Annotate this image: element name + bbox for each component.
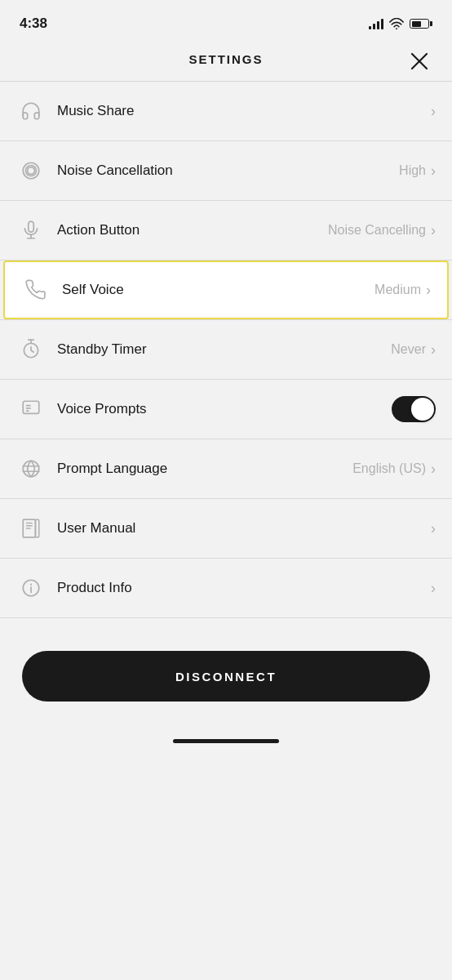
settings-item-noise-cancellation[interactable]: Noise Cancellation High ›: [0, 141, 452, 200]
status-bar: 4:38: [0, 0, 452, 41]
home-bar: [173, 739, 279, 743]
noise-cancellation-value: High: [399, 163, 426, 178]
info-icon: [16, 573, 46, 603]
settings-item-action-button[interactable]: Action Button Noise Cancelling ›: [0, 201, 452, 260]
standby-timer-label: Standby Timer: [57, 341, 391, 358]
disconnect-button[interactable]: DISCONNECT: [22, 651, 430, 702]
svg-point-12: [23, 461, 39, 477]
timer-icon: [16, 335, 46, 364]
settings-item-prompt-language[interactable]: Prompt Language English (US) ›: [0, 439, 452, 498]
header-title: SETTINGS: [188, 52, 263, 66]
status-time: 4:38: [20, 16, 47, 32]
chevron-icon: ›: [426, 282, 431, 299]
chevron-icon: ›: [431, 580, 436, 597]
book-icon: [16, 514, 46, 543]
chat-icon: [16, 394, 46, 424]
svg-point-22: [30, 584, 31, 585]
svg-rect-19: [35, 519, 38, 537]
status-icons: [369, 18, 432, 29]
action-button-label: Action Button: [57, 222, 328, 238]
chevron-icon: ›: [431, 222, 436, 239]
user-manual-label: User Manual: [57, 520, 431, 537]
settings-list: Music Share › Noise Cancellation High › …: [0, 82, 452, 618]
svg-rect-8: [23, 401, 39, 413]
prompt-language-value: English (US): [352, 461, 426, 476]
wifi-icon: [389, 18, 404, 29]
settings-item-user-manual[interactable]: User Manual ›: [0, 499, 452, 558]
self-voice-value: Medium: [374, 283, 421, 297]
settings-item-standby-timer[interactable]: Standby Timer Never ›: [0, 320, 452, 379]
self-voice-label: Self Voice: [62, 282, 374, 298]
waves-icon: [16, 156, 46, 185]
settings-item-voice-prompts[interactable]: Voice Prompts: [0, 380, 452, 439]
noise-cancellation-label: Noise Cancellation: [57, 163, 399, 179]
chevron-icon: ›: [431, 163, 436, 180]
settings-item-product-info[interactable]: Product Info ›: [0, 559, 452, 617]
headphones-icon: [16, 96, 46, 126]
close-button[interactable]: [406, 48, 432, 74]
chevron-icon: ›: [431, 341, 436, 359]
svg-rect-4: [29, 221, 34, 232]
action-button-value: Noise Cancelling: [328, 223, 426, 238]
product-info-label: Product Info: [57, 580, 431, 596]
mic-icon: [16, 216, 46, 245]
home-indicator: [0, 726, 452, 751]
prompt-language-label: Prompt Language: [57, 461, 352, 477]
chevron-icon: ›: [431, 461, 436, 478]
battery-icon: [410, 19, 432, 29]
chevron-icon: ›: [431, 520, 436, 537]
signal-icon: [369, 18, 383, 29]
music-share-label: Music Share: [57, 103, 431, 119]
chevron-icon: ›: [431, 103, 436, 120]
phone-icon: [21, 275, 51, 305]
disconnect-container: DISCONNECT: [0, 618, 452, 726]
settings-item-self-voice[interactable]: Self Voice Medium ›: [3, 261, 449, 319]
voice-prompts-label: Voice Prompts: [57, 401, 392, 417]
standby-timer-value: Never: [391, 342, 426, 357]
svg-point-0: [396, 28, 397, 29]
settings-item-music-share[interactable]: Music Share ›: [0, 82, 452, 140]
voice-prompts-toggle[interactable]: [392, 396, 436, 422]
svg-point-3: [28, 167, 35, 175]
settings-header: SETTINGS: [0, 41, 452, 81]
globe-icon: [16, 454, 46, 483]
